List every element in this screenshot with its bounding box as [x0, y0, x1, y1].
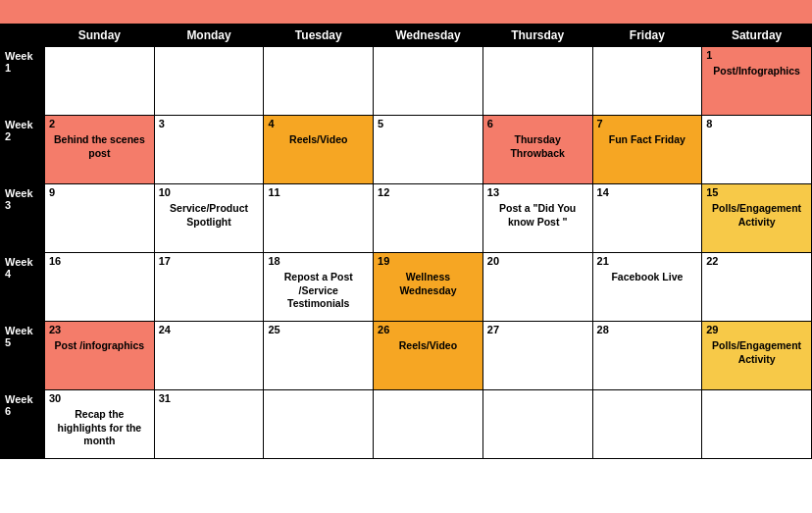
- day-number: 29: [706, 324, 807, 335]
- week-row-4: Week 4161718Repost a Post /Service Testi…: [1, 253, 812, 322]
- day-number: 10: [159, 186, 260, 198]
- day-cell-w4-d2: 17: [154, 253, 264, 322]
- day-number: 9: [49, 186, 150, 198]
- day-cell-w4-d7: 22: [702, 253, 812, 322]
- day-col-header-thursday: Thursday: [482, 25, 592, 47]
- day-content: Polls/Engagement Activity: [706, 339, 807, 366]
- day-cell-w3-d5: 13Post a "Did You know Post ": [482, 184, 592, 253]
- week-label-3: Week 3: [1, 184, 45, 253]
- day-cell-w1-d1: [45, 47, 155, 116]
- day-cell-w2-d1: 2Behind the scenes post: [45, 116, 155, 184]
- day-cell-w6-d2: 31: [154, 390, 264, 459]
- day-cell-w1-d6: [592, 47, 702, 116]
- day-cell-w2-d7: 8: [702, 116, 812, 184]
- calendar-body: Week 11Post/InfographicsWeek 22Behind th…: [1, 47, 812, 459]
- week-row-6: Week 630Recap the highlights for the mon…: [1, 390, 812, 459]
- day-cell-w3-d7: 15Polls/Engagement Activity: [702, 184, 812, 253]
- day-number: 13: [487, 186, 588, 198]
- day-content: Polls/Engagement Activity: [706, 202, 807, 229]
- day-number: 19: [378, 255, 479, 267]
- day-number: 3: [159, 118, 260, 129]
- day-content: Thursday Throwback: [487, 133, 588, 160]
- day-content: Service/Product Spotlight: [159, 202, 260, 229]
- day-number: 31: [159, 392, 260, 404]
- day-cell-w6-d1: 30Recap the highlights for the month: [45, 390, 155, 459]
- day-number: 16: [49, 255, 150, 267]
- day-cell-w6-d4: [374, 390, 483, 459]
- day-content: Post a "Did You know Post ": [487, 202, 588, 229]
- day-number: 22: [706, 255, 807, 267]
- week-row-1: Week 11Post/Infographics: [1, 47, 812, 116]
- calendar-title: [0, 0, 812, 24]
- day-cell-w4-d3: 18Repost a Post /Service Testimonials: [264, 253, 374, 322]
- calendar-table: SundayMondayTuesdayWednesdayThursdayFrid…: [0, 24, 812, 459]
- day-number: 20: [487, 255, 588, 267]
- day-number: 7: [597, 118, 698, 129]
- day-cell-w2-d3: 4Reels/Video: [264, 116, 374, 184]
- day-content: Repost a Post /Service Testimonials: [268, 271, 369, 311]
- day-col-header-friday: Friday: [592, 25, 702, 47]
- week-label-4: Week 4: [1, 253, 45, 322]
- day-content: Reels/Video: [268, 133, 369, 147]
- day-cell-w6-d3: [264, 390, 374, 459]
- day-cell-w3-d6: 14: [592, 184, 702, 253]
- day-cell-w5-d7: 29Polls/Engagement Activity: [702, 322, 812, 390]
- day-cell-w5-d1: 23Post /infographics: [45, 322, 155, 390]
- day-number: 18: [268, 255, 369, 267]
- calendar-wrapper: SundayMondayTuesdayWednesdayThursdayFrid…: [0, 0, 812, 459]
- day-number: 1: [706, 49, 807, 61]
- day-cell-w1-d5: [482, 47, 592, 116]
- week-label-5: Week 5: [1, 322, 45, 390]
- day-cell-w3-d2: 10Service/Product Spotlight: [154, 184, 264, 253]
- day-number: 14: [597, 186, 698, 198]
- day-number: 27: [487, 324, 588, 335]
- day-number: 24: [159, 324, 260, 335]
- day-content: Post /infographics: [49, 339, 150, 353]
- day-cell-w2-d5: 6Thursday Throwback: [482, 116, 592, 184]
- day-number: 6: [487, 118, 588, 129]
- day-number: 17: [159, 255, 260, 267]
- day-number: 2: [49, 118, 150, 129]
- day-cell-w1-d7: 1Post/Infographics: [702, 47, 812, 116]
- day-cell-w4-d5: 20: [482, 253, 592, 322]
- day-number: 11: [268, 186, 369, 198]
- day-cell-w5-d4: 26Reels/Video: [374, 322, 483, 390]
- day-cell-w4-d1: 16: [45, 253, 155, 322]
- week-row-2: Week 22Behind the scenes post34Reels/Vid…: [1, 116, 812, 184]
- day-cell-w4-d6: 21Facebook Live: [592, 253, 702, 322]
- day-cell-w1-d3: [264, 47, 374, 116]
- day-cell-w6-d7: [702, 390, 812, 459]
- day-number: 21: [597, 255, 698, 267]
- day-number: 30: [49, 392, 150, 404]
- day-cell-w1-d4: [374, 47, 483, 116]
- day-cell-w5-d3: 25: [264, 322, 374, 390]
- day-cell-w3-d4: 12: [374, 184, 483, 253]
- day-cell-w3-d1: 9: [45, 184, 155, 253]
- week-label-6: Week 6: [1, 390, 45, 459]
- day-number: 5: [378, 118, 479, 129]
- day-content: Post/Infographics: [706, 65, 807, 78]
- day-number: 15: [706, 186, 807, 198]
- day-cell-w3-d3: 11: [264, 184, 374, 253]
- day-number: 26: [378, 324, 479, 335]
- day-content: Wellness Wednesday: [378, 271, 479, 297]
- day-col-header-saturday: Saturday: [702, 25, 812, 47]
- day-content: Fun Fact Friday: [597, 133, 698, 147]
- week-label-1: Week 1: [1, 47, 45, 116]
- day-content: Recap the highlights for the month: [49, 408, 150, 448]
- day-cell-w1-d2: [154, 47, 264, 116]
- day-content: Reels/Video: [378, 339, 479, 353]
- day-number: 12: [378, 186, 479, 198]
- day-cell-w5-d5: 27: [482, 322, 592, 390]
- day-cell-w2-d6: 7Fun Fact Friday: [592, 116, 702, 184]
- day-cell-w2-d4: 5: [374, 116, 483, 184]
- day-cell-w5-d6: 28: [592, 322, 702, 390]
- day-number: 4: [268, 118, 369, 129]
- week-col-header: [1, 25, 45, 47]
- day-col-header-wednesday: Wednesday: [374, 25, 483, 47]
- day-content: Behind the scenes post: [49, 133, 150, 160]
- day-number: 25: [268, 324, 369, 335]
- day-cell-w4-d4: 19Wellness Wednesday: [374, 253, 483, 322]
- day-number: 28: [597, 324, 698, 335]
- day-col-header-tuesday: Tuesday: [264, 25, 374, 47]
